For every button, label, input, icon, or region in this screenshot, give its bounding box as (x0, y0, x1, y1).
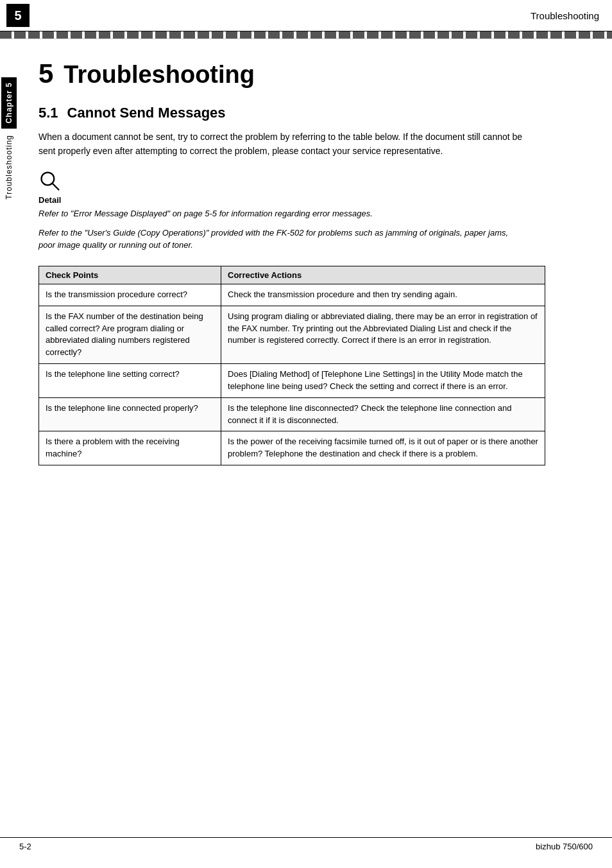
section-heading: 5.1 Cannot Send Messages (38, 105, 586, 121)
section-number: 5.1 (38, 105, 58, 121)
table-row: Is the telephone line setting correct?Do… (39, 364, 545, 398)
footer-page: 5-2 (19, 842, 31, 851)
table-col1-header: Check Points (39, 266, 221, 284)
main-content: 5 Troubleshooting 5.1 Cannot Send Messag… (0, 39, 612, 491)
table-cell-check: Is there a problem with the receiving ma… (39, 431, 221, 465)
sidebar-chapter-block: Chapter 5 (1, 77, 17, 128)
chapter-title: Troubleshooting (64, 61, 255, 89)
table-row: Is there a problem with the receiving ma… (39, 431, 545, 465)
table-row: Is the transmission procedure correct?Ch… (39, 284, 545, 306)
header-chapter-num: 5 (6, 4, 30, 27)
chapter-heading: 5 Troubleshooting (38, 58, 586, 89)
table-row: Is the telephone line connected properly… (39, 397, 545, 431)
table-cell-check: Is the FAX number of the destination bei… (39, 306, 221, 363)
table-cell-action: Is the power of the receiving facsimile … (221, 431, 545, 465)
table-cell-action: Does [Dialing Method] of [Telephone Line… (221, 364, 545, 398)
detail-block: Detail Refer to "Error Message Displayed… (38, 169, 526, 252)
section-title: Cannot Send Messages (67, 105, 226, 121)
footer: 5-2 bizhub 750/600 (0, 837, 612, 855)
footer-brand: bizhub 750/600 (536, 842, 593, 851)
detail-line1: Refer to "Error Message Displayed" on pa… (38, 207, 526, 220)
table-cell-action: Is the telephone line disconnected? Chec… (221, 397, 545, 431)
troubleshoot-table: Check Points Corrective Actions Is the t… (38, 266, 545, 465)
svg-line-1 (53, 184, 59, 190)
deco-bar (0, 31, 612, 39)
top-header: 5 Troubleshooting (0, 0, 612, 31)
sidebar-section-label: Troubleshooting (4, 135, 13, 200)
table-cell-check: Is the transmission procedure correct? (39, 284, 221, 306)
header-title: Troubleshooting (531, 10, 599, 21)
table-col2-header: Corrective Actions (221, 266, 545, 284)
table-cell-action: Check the transmission procedure and the… (221, 284, 545, 306)
detail-label: Detail (38, 195, 526, 205)
magnifier-icon (38, 169, 62, 193)
table-cell-check: Is the telephone line connected properly… (39, 397, 221, 431)
table-row: Is the FAX number of the destination bei… (39, 306, 545, 363)
body-intro: When a document cannot be sent, try to c… (38, 130, 526, 158)
chapter-number: 5 (38, 58, 53, 89)
left-sidebar: Chapter 5 Troubleshooting (0, 77, 18, 655)
table-cell-check: Is the telephone line setting correct? (39, 364, 221, 398)
table-cell-action: Using program dialing or abbreviated dia… (221, 306, 545, 363)
detail-line2: Refer to the "User's Guide (Copy Operati… (38, 227, 526, 252)
